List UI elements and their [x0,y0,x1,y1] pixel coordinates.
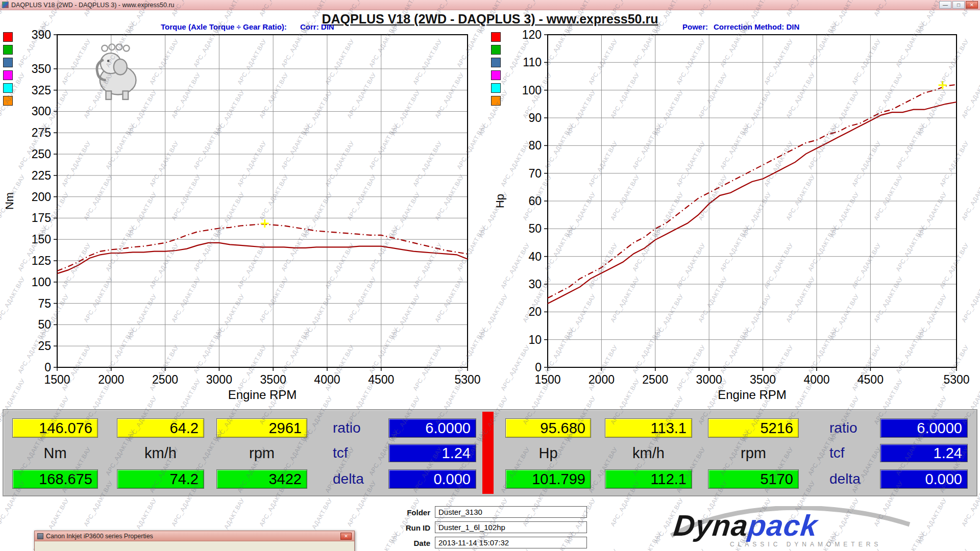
torque-chart-title: Torque (Axle Torque ÷ Gear Ratio): [161,22,287,31]
ratio-value-right: 6.0000 [880,418,968,438]
delta-value-right: 0.000 [880,469,968,489]
run-color-swatch-5[interactable] [491,83,501,93]
printer-dialog-close-button[interactable]: ✕ [340,533,352,540]
power-unit-label: Hp [505,444,591,462]
svg-text:Hp: Hp [494,194,506,208]
svg-text:3500: 3500 [260,373,286,386]
values-panel: 146.076 64.2 2961 ratio 6.0000 Nm km/h r… [3,409,977,496]
svg-text:150: 150 [32,233,51,246]
window-title: DAQPLUS V18 (2WD - DAQPLUS 3) - www.expr… [11,2,175,9]
rpm-unit-label-left: rpm [216,444,307,462]
run-color-swatch-6[interactable] [491,96,501,106]
run-color-swatch-4[interactable] [491,70,501,80]
svg-text:2000: 2000 [589,373,615,386]
run-color-swatch-1[interactable] [491,32,501,42]
svg-text:Engine RPM: Engine RPM [718,388,787,402]
svg-text:60: 60 [528,194,542,208]
power-chart-title: Power: [682,22,708,31]
tcf-label-right: tcf [829,444,880,462]
svg-text:30: 30 [528,278,542,291]
torque-unit-label: Nm [12,444,98,462]
rpm-unit-label-right: rpm [708,444,799,462]
svg-text:100: 100 [522,84,542,97]
maximize-button[interactable]: □ [952,1,965,9]
rpm-cursor2-value-right: 5170 [708,469,799,489]
svg-text:4500: 4500 [857,373,884,386]
power-cursor1-value: 95.680 [505,418,591,438]
svg-text:40: 40 [528,250,542,263]
svg-text:325: 325 [32,84,51,97]
svg-text:200: 200 [32,190,51,204]
run-color-swatch-2[interactable] [3,45,13,55]
svg-text:25: 25 [38,339,51,353]
svg-text:3000: 3000 [206,373,232,386]
svg-text:5300: 5300 [454,373,480,386]
speed-unit-label-left: km/h [117,444,204,462]
power-cursor2-value: 101.799 [505,469,591,489]
torque-run-legend [3,32,13,106]
power-chart-svg: 1500200025003000350040004500530001020304… [493,28,980,408]
dynapack-wordmark: Dynapack [672,508,819,542]
svg-text:80: 80 [528,139,542,152]
printer-dialog-titlebar[interactable]: Canon Inkjet iP3600 series Properties ✕ [35,531,354,541]
svg-text:275: 275 [32,126,51,139]
power-correction-label: Correction Method: DIN [714,22,799,31]
run-color-swatch-3[interactable] [3,58,13,67]
power-run-legend [491,32,501,106]
date-field[interactable] [435,537,587,548]
window-controls: — □ ✕ [939,1,978,9]
svg-text:225: 225 [32,169,51,182]
folder-label: Folder [370,508,430,517]
speed-unit-label-right: km/h [605,444,692,462]
svg-text:1500: 1500 [534,373,560,386]
run-color-swatch-2[interactable] [491,45,501,55]
minimize-button[interactable]: — [939,1,951,9]
speed-cursor2-value-right: 112.1 [605,469,692,489]
svg-text:350: 350 [32,62,51,76]
speed-cursor1-value-right: 113.1 [605,418,692,438]
svg-text:50: 50 [38,318,51,331]
ratio-value-left: 6.0000 [388,418,476,438]
svg-text:175: 175 [32,211,51,224]
speed-cursor1-value-left: 64.2 [117,418,204,438]
printer-properties-dialog[interactable]: Canon Inkjet iP3600 series Properties ✕ [34,531,355,551]
svg-text:10: 10 [528,333,542,346]
svg-text:2000: 2000 [98,373,124,386]
svg-text:4000: 4000 [314,373,340,386]
dynapack-text-blue: pack [746,509,819,542]
run-color-swatch-4[interactable] [3,70,13,80]
svg-text:4000: 4000 [803,373,829,386]
window-titlebar[interactable]: DAQPLUS V18 (2WD - DAQPLUS 3) - www.expr… [0,0,980,10]
power-chart[interactable]: 1500200025003000350040004500530001020304… [493,28,980,410]
run-color-swatch-3[interactable] [491,58,501,67]
app-icon [2,2,9,8]
speed-cursor2-value-left: 74.2 [117,469,204,489]
run-color-swatch-1[interactable] [3,32,13,42]
elephant-logo [84,42,144,104]
torque-correction-label: Corr: DIN [300,22,334,31]
svg-text:90: 90 [528,111,542,124]
svg-text:390: 390 [32,28,51,41]
panel-divider [482,412,494,494]
svg-text:0: 0 [535,361,542,374]
torque-cursor1-value: 146.076 [12,418,98,438]
date-label: Date [370,539,430,547]
run-id-field[interactable] [435,521,587,533]
svg-text:125: 125 [32,254,51,267]
svg-text:4500: 4500 [368,373,394,386]
svg-text:250: 250 [32,147,51,161]
rpm-cursor1-value-left: 2961 [216,418,307,438]
tcf-label-left: tcf [333,444,384,462]
printer-dialog-title: Canon Inkjet iP3600 series Properties [46,533,153,540]
svg-text:20: 20 [528,305,542,318]
run-color-swatch-6[interactable] [3,96,13,106]
torque-chart[interactable]: 1500200025003000350040004500530002550751… [0,28,486,410]
run-id-label: Run ID [370,523,430,532]
svg-text:300: 300 [32,105,51,118]
close-button[interactable]: ✕ [966,1,978,9]
delta-value-left: 0.000 [388,469,476,489]
run-color-swatch-5[interactable] [3,83,13,93]
svg-text:2500: 2500 [152,373,178,386]
page-title: DAQPLUS V18 (2WD - DAQPLUS 3) - www.expr… [0,12,980,27]
folder-field[interactable] [435,506,587,518]
